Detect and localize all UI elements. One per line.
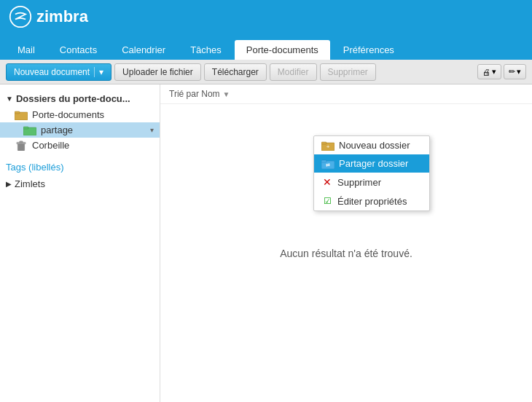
partager-dossier-label: Partager dossier bbox=[339, 158, 408, 169]
partage-folder-label: partage bbox=[41, 125, 73, 135]
upload-button[interactable]: Uploader le fichier bbox=[114, 63, 201, 81]
zimlets-label: Zimlets bbox=[15, 178, 45, 189]
partage-dropdown-icon[interactable]: ▾ bbox=[150, 126, 154, 134]
toolbar: Nouveau document ▾ Uploader le fichier T… bbox=[0, 60, 532, 84]
svg-rect-2 bbox=[15, 111, 20, 114]
more-button[interactable]: ✏ ▾ bbox=[504, 64, 526, 79]
logo-text: zimbra bbox=[36, 7, 88, 26]
svg-rect-7 bbox=[20, 141, 23, 142]
svg-text:+: + bbox=[326, 143, 330, 150]
tab-porte-documents[interactable]: Porte-documents bbox=[235, 40, 330, 60]
tags-link[interactable]: Tags (libellés) bbox=[0, 159, 160, 176]
context-menu-item-supprimer[interactable]: ✕ Supprimer bbox=[314, 173, 429, 192]
delete-button[interactable]: Supprimer bbox=[320, 63, 376, 81]
sidebar-item-root[interactable]: Porte-documents bbox=[0, 107, 160, 122]
tab-preferences[interactable]: Préférences bbox=[332, 40, 406, 60]
tags-label: Tags (libellés) bbox=[6, 162, 63, 173]
folders-header[interactable]: ▼ Dossiers du porte-docu... bbox=[0, 90, 160, 107]
print-button[interactable]: 🖨 ▾ bbox=[477, 64, 501, 79]
main-layout: ▼ Dossiers du porte-docu... Porte-docume… bbox=[0, 84, 532, 402]
sort-arrow-icon: ▼ bbox=[223, 90, 230, 98]
print-icon: 🖨 bbox=[482, 68, 490, 76]
partager-dossier-icon: ⇄ bbox=[321, 159, 335, 169]
edit-button[interactable]: Modifier bbox=[270, 63, 317, 81]
trash-label: Corbeille bbox=[32, 140, 69, 151]
zimbra-logo-icon bbox=[9, 5, 32, 28]
editer-icon: ☑ bbox=[321, 195, 333, 207]
top-bar: zimbra bbox=[0, 0, 532, 34]
new-document-arrow[interactable]: ▾ bbox=[94, 67, 103, 77]
context-menu-item-nouveau-dossier[interactable]: + Nouveau dossier bbox=[314, 136, 429, 154]
new-document-button[interactable]: Nouveau document ▾ bbox=[6, 63, 112, 81]
sidebar-item-trash[interactable]: Corbeille bbox=[0, 138, 160, 153]
context-menu-item-partager-dossier[interactable]: ⇄ Partager dossier bbox=[314, 154, 429, 173]
root-folder-icon bbox=[15, 110, 28, 120]
context-menu: + Nouveau dossier ⇄ Partager dossier ✕ S… bbox=[313, 135, 430, 211]
new-document-label: Nouveau document bbox=[14, 67, 90, 77]
folders-section: ▼ Dossiers du porte-docu... Porte-docume… bbox=[0, 90, 160, 153]
folders-header-label: Dossiers du porte-docu... bbox=[16, 93, 130, 104]
tab-taches[interactable]: Tâches bbox=[179, 40, 233, 60]
logo: zimbra bbox=[9, 5, 88, 28]
download-button[interactable]: Télécharger bbox=[204, 63, 267, 81]
svg-rect-4 bbox=[23, 127, 28, 129]
more-dropdown-icon: ▾ bbox=[517, 67, 521, 76]
tab-contacts[interactable]: Contacts bbox=[48, 40, 109, 60]
svg-rect-5 bbox=[17, 143, 24, 150]
folders-arrow-icon: ▼ bbox=[6, 95, 13, 103]
supprimer-icon: ✕ bbox=[321, 176, 333, 188]
sidebar: ▼ Dossiers du porte-docu... Porte-docume… bbox=[0, 84, 160, 402]
context-menu-item-editer[interactable]: ☑ Éditer propriétés bbox=[314, 192, 429, 210]
sort-label: Trié par Nom bbox=[169, 89, 220, 99]
tab-calendrier[interactable]: Calendrier bbox=[110, 40, 177, 60]
trash-icon bbox=[15, 141, 28, 151]
sidebar-item-partage[interactable]: partage ▾ bbox=[0, 122, 160, 138]
empty-message: Aucun résultat n'a été trouvé. bbox=[280, 248, 412, 259]
svg-text:⇄: ⇄ bbox=[326, 162, 330, 168]
print-dropdown-icon: ▾ bbox=[492, 67, 496, 76]
zimlets-arrow-icon: ▶ bbox=[6, 180, 12, 188]
partage-folder-icon bbox=[23, 125, 36, 135]
editer-label: Éditer propriétés bbox=[337, 196, 407, 207]
supprimer-label: Supprimer bbox=[337, 177, 381, 188]
more-icon: ✏ bbox=[509, 67, 515, 76]
zimlets-section[interactable]: ▶ Zimlets bbox=[0, 176, 160, 192]
root-folder-label: Porte-documents bbox=[32, 109, 104, 120]
nouveau-dossier-icon: + bbox=[321, 141, 335, 151]
tab-mail[interactable]: Mail bbox=[6, 40, 47, 60]
content-area: Trié par Nom ▼ Aucun résultat n'a été tr… bbox=[160, 84, 532, 402]
nouveau-dossier-label: Nouveau dossier bbox=[339, 140, 410, 151]
nav-bar: Mail Contacts Calendrier Tâches Porte-do… bbox=[0, 34, 532, 60]
sort-bar: Trié par Nom ▼ bbox=[160, 84, 532, 104]
